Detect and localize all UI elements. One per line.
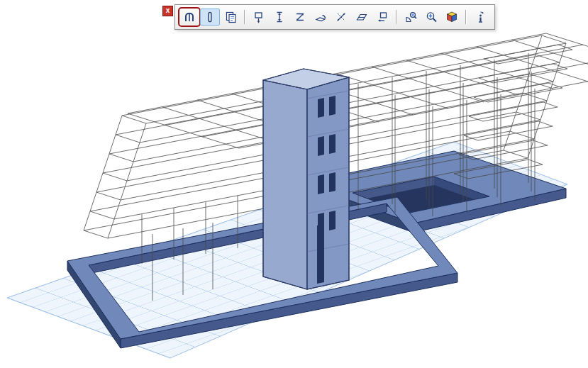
rotate-icon	[314, 10, 328, 24]
window-settings-button[interactable]	[221, 9, 240, 26]
cutting-plane-button[interactable]	[200, 9, 220, 26]
drag-button[interactable]	[249, 9, 269, 26]
elevate-icon	[272, 10, 287, 24]
toolbar-separator	[244, 10, 245, 24]
wireframe-roof-beams	[128, 33, 588, 148]
filter-elements-icon	[182, 10, 196, 24]
stretch-icon	[293, 10, 307, 24]
zoom-to-selection-button[interactable]	[401, 9, 421, 26]
element-info-button[interactable]	[470, 9, 490, 26]
rotate-button[interactable]	[311, 9, 331, 26]
toolbar-separator	[396, 10, 397, 24]
stretch-button[interactable]	[290, 9, 310, 26]
render-settings-icon	[445, 10, 459, 24]
skew-button[interactable]	[352, 9, 372, 26]
skew-icon	[355, 10, 369, 24]
tower-left-face	[263, 80, 307, 289]
element-info-icon	[473, 10, 487, 24]
tower-right-face	[307, 77, 349, 289]
cutting-plane-icon	[203, 10, 217, 24]
window-settings-icon	[223, 10, 238, 24]
render-settings-button[interactable]	[442, 9, 462, 26]
core-tower[interactable]	[263, 69, 349, 289]
zoom-in-icon	[424, 10, 438, 24]
viewport-3d[interactable]	[0, 0, 588, 368]
zoom-in-button[interactable]	[421, 9, 441, 26]
offset-button[interactable]	[372, 9, 392, 26]
mirror-button[interactable]	[331, 9, 351, 26]
offset-icon	[375, 10, 389, 24]
drag-icon	[252, 10, 266, 24]
elevate-button[interactable]	[270, 9, 289, 26]
filter-elements-button[interactable]	[179, 9, 199, 26]
toolbar-separator	[465, 10, 467, 24]
mirror-icon	[334, 10, 348, 24]
close-button[interactable]: x	[162, 6, 173, 16]
editing-toolbar	[174, 4, 495, 30]
zoom-to-selection-icon	[404, 10, 418, 24]
